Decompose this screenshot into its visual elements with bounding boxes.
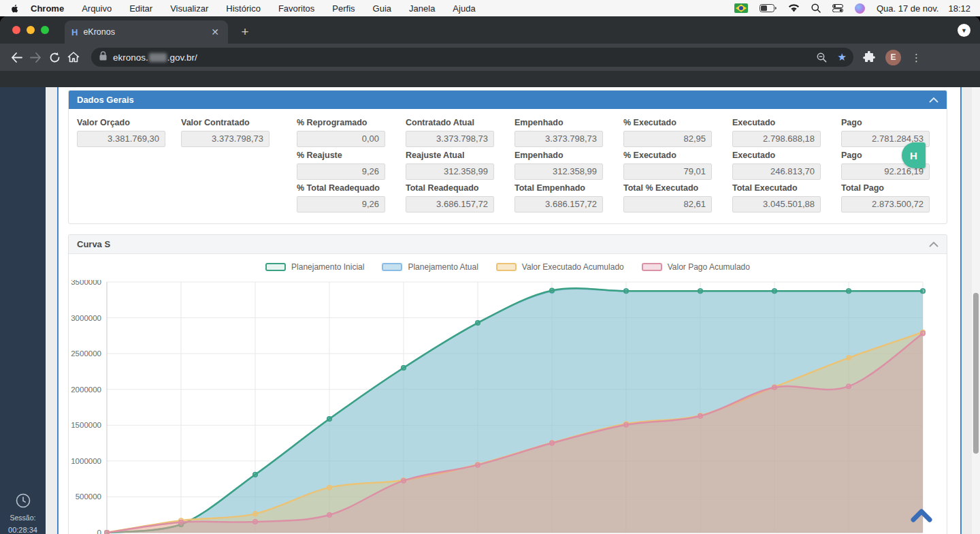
field-label: % Reprogramado	[297, 118, 385, 127]
field-value-input[interactable]: 3.686.157,72	[514, 196, 603, 213]
app-sidebar[interactable]: Sessão: 00:28:34	[0, 87, 46, 534]
field-value-input[interactable]: 82,95	[623, 131, 712, 147]
apple-menu-icon[interactable]	[10, 3, 20, 14]
tab-close-icon[interactable]: ✕	[209, 26, 221, 38]
field-value-input[interactable]: 82,61	[623, 196, 712, 213]
new-tab-button[interactable]: +	[237, 25, 253, 41]
forward-button[interactable]	[26, 48, 45, 67]
legend-label: Planejamento Inicial	[291, 262, 364, 272]
chart-legend: Planejamento InicialPlanejamento AtualVa…	[69, 254, 947, 280]
menubar-date: Qua. 17 de nov.	[877, 3, 939, 14]
field-value-input[interactable]: 2.798.688,18	[732, 131, 821, 147]
zoom-indicator-icon[interactable]	[817, 52, 827, 63]
legend-item-planejamento-inicial[interactable]: Planejamento Inicial	[265, 262, 364, 272]
wifi-icon[interactable]	[788, 4, 800, 13]
input-language-flag-icon[interactable]	[734, 3, 748, 13]
reload-button[interactable]	[45, 48, 64, 67]
field-label: Contratado Atual	[406, 118, 494, 127]
dados-gerais-header[interactable]: Dados Gerais	[69, 91, 947, 109]
session-label: Sessão:	[0, 514, 46, 522]
field-label: Total Readequado	[406, 183, 494, 193]
menu-item-arquivo[interactable]: Arquivo	[82, 3, 112, 14]
curva-s-panel: Curva S Planejamento InicialPlanejamento…	[68, 234, 947, 534]
session-clock-icon	[16, 493, 31, 508]
field-label: % Executado	[623, 118, 712, 127]
menu-item-guia[interactable]: Guia	[373, 3, 391, 14]
home-button[interactable]	[64, 48, 83, 67]
legend-item-valor-executado-acumulado[interactable]: Valor Executado Acumulado	[496, 262, 624, 272]
menubar-clock[interactable]: Qua. 17 de nov. 18:12	[877, 3, 970, 14]
curva-s-title: Curva S	[77, 239, 110, 249]
legend-label: Valor Executado Acumulado	[522, 262, 624, 272]
field-executado: Executado2.798.688,18	[732, 118, 821, 127]
field-label: % Reajuste	[297, 151, 385, 160]
legend-label: Planejamento Atual	[408, 262, 478, 272]
menu-item-perfis[interactable]: Perfis	[332, 3, 355, 14]
lock-icon[interactable]	[99, 51, 107, 63]
field-value-input[interactable]: 3.373.798,73	[514, 131, 603, 147]
svg-text:500000: 500000	[76, 492, 101, 501]
siri-icon[interactable]	[855, 3, 865, 14]
field-value-input[interactable]: 3.373.798,73	[406, 131, 494, 147]
field--reprogramado: % Reprogramado0,00	[297, 118, 385, 127]
menu-item-favoritos[interactable]: Favoritos	[278, 3, 314, 14]
spotlight-search-icon[interactable]	[811, 3, 821, 13]
field-value-input[interactable]: 2.873.500,72	[841, 196, 930, 213]
field-value-input[interactable]: 312.358,99	[406, 163, 494, 180]
menu-item-ajuda[interactable]: Ajuda	[453, 3, 475, 14]
field-value-input[interactable]: 3.373.798,73	[181, 131, 270, 147]
field-empenhado: Empenhado3.373.798,73	[514, 118, 603, 127]
browser-tab-ekronos[interactable]: H eKronos ✕	[65, 20, 228, 44]
back-button[interactable]	[7, 48, 26, 67]
ekronos-floating-tab-button[interactable]: H	[902, 142, 926, 168]
field-value-input[interactable]: 246.813,70	[732, 163, 821, 180]
field-value-input[interactable]: 0,00	[297, 131, 385, 147]
chrome-menu-icon[interactable]: ⋮	[911, 56, 921, 59]
tab-search-icon[interactable]: ▼	[958, 24, 970, 37]
field-label: Total Empenhado	[514, 183, 603, 193]
legend-item-valor-pago-acumulado[interactable]: Valor Pago Acumulado	[642, 262, 750, 272]
field-value-input[interactable]: 312.358,99	[514, 163, 603, 180]
close-window-button[interactable]	[12, 26, 20, 34]
menu-item-editar[interactable]: Editar	[129, 3, 152, 14]
url-text: ekronos..gov.br/	[113, 52, 197, 63]
menu-items: ChromeArquivoEditarVisualizarHistóricoFa…	[31, 3, 476, 14]
address-bar[interactable]: ekronos..gov.br/ ★	[91, 48, 853, 67]
svg-text:1500000: 1500000	[71, 421, 101, 429]
field-value-input[interactable]: 9,26	[297, 163, 385, 180]
collapse-chevron-icon[interactable]	[929, 241, 938, 247]
field-value-input[interactable]: 79,01	[623, 163, 712, 180]
main-content: Dados Gerais Valor Orçado3.381.769,30Val…	[57, 87, 962, 534]
minimize-window-button[interactable]	[27, 26, 35, 34]
field-value-input[interactable]: 3.045.501,88	[732, 196, 821, 213]
ekronos-favicon: H	[71, 27, 77, 37]
chrome-window: H eKronos ✕ + ▼ ekronos..gov.br/ ★	[0, 16, 980, 534]
legend-label: Valor Pago Acumulado	[668, 262, 750, 272]
profile-avatar[interactable]: E	[885, 50, 901, 65]
control-center-icon[interactable]	[832, 4, 843, 12]
browser-toolbar: ekronos..gov.br/ ★ E ⋮	[0, 44, 980, 71]
scroll-to-top-button[interactable]	[911, 506, 932, 524]
menu-item-chrome[interactable]: Chrome	[31, 3, 64, 14]
scrollbar-thumb[interactable]	[973, 293, 979, 454]
bookmark-star-icon[interactable]: ★	[838, 51, 847, 63]
menu-item-visualizar[interactable]: Visualizar	[170, 3, 208, 14]
field-value-input[interactable]: 3.686.157,72	[406, 196, 494, 213]
maximize-window-button[interactable]	[41, 26, 49, 34]
session-info: Sessão: 00:28:34	[0, 493, 46, 534]
field-label: Pago	[841, 118, 930, 127]
menu-item-janela[interactable]: Janela	[409, 3, 435, 14]
legend-swatch	[642, 263, 662, 271]
menu-item-histórico[interactable]: Histórico	[226, 3, 261, 14]
curva-s-header[interactable]: Curva S	[69, 235, 947, 254]
menubar-time: 18:12	[948, 3, 970, 14]
collapse-chevron-icon[interactable]	[929, 97, 938, 103]
field-value-input[interactable]: 3.381.769,30	[77, 131, 165, 147]
legend-item-planejamento-atual[interactable]: Planejamento Atual	[382, 262, 478, 272]
svg-text:2000000: 2000000	[71, 386, 101, 394]
field-empenhado: Empenhado312.358,99	[514, 151, 603, 160]
page-scrollbar[interactable]	[972, 87, 980, 534]
field-value-input[interactable]: 9,26	[297, 196, 385, 213]
session-time: 00:28:34	[0, 526, 46, 534]
extensions-puzzle-icon[interactable]	[863, 51, 875, 63]
